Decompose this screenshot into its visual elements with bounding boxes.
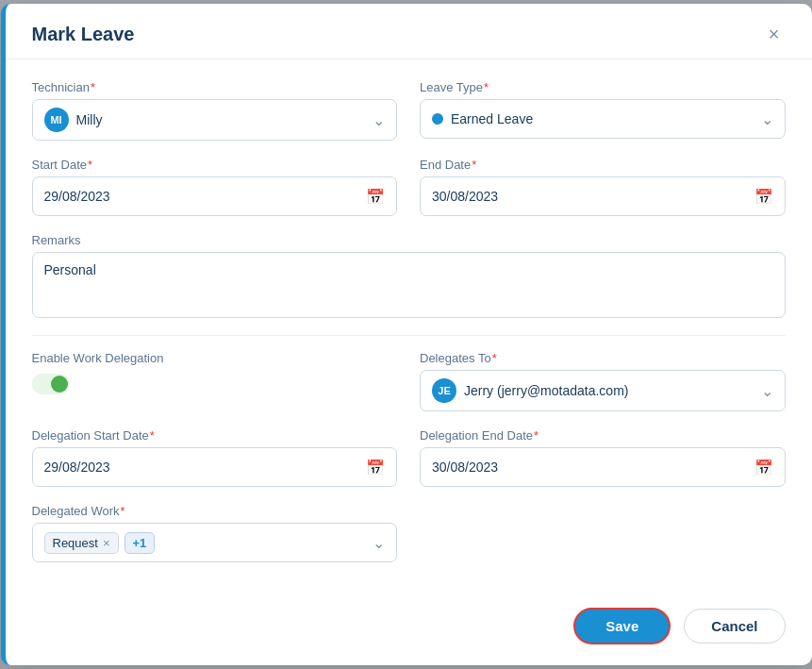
cancel-button[interactable]: Cancel [684, 609, 785, 644]
modal-header: Mark Leave × [6, 4, 812, 59]
field-delegation-end-date: Delegation End Date* 30/08/2023 📅 [420, 428, 786, 487]
field-leave-type: Leave Type* Earned Leave ⌄ [420, 80, 786, 141]
mark-leave-modal: Mark Leave × Technician* MI Milly ⌄ [1, 4, 812, 665]
technician-label: Technician* [32, 80, 398, 94]
tag-request: Request × [44, 532, 119, 554]
start-date-input[interactable]: 29/08/2023 📅 [32, 176, 398, 216]
leave-type-chevron-icon: ⌄ [761, 110, 773, 128]
enable-delegation-label: Enable Work Delegation [32, 351, 398, 365]
start-date-calendar-icon: 📅 [366, 188, 385, 206]
tag-request-label: Request [53, 536, 98, 550]
row-delegation: Enable Work Delegation Delegates To* JE [32, 351, 786, 411]
field-delegated-work: Delegated Work* Request × +1 ⌄ [32, 504, 398, 562]
leave-type-label: Leave Type* [420, 80, 786, 94]
field-enable-delegation: Enable Work Delegation [32, 351, 398, 411]
field-remarks: Remarks Personal [32, 233, 786, 318]
modal-body: Technician* MI Milly ⌄ Leave Type* [6, 59, 812, 596]
remarks-label: Remarks [32, 233, 786, 247]
delegates-to-select[interactable]: JE Jerry (jerry@motadata.com) ⌄ [420, 370, 786, 411]
delegation-toggle[interactable] [32, 374, 70, 394]
delegation-start-date-calendar-icon: 📅 [366, 459, 385, 477]
remarks-input[interactable]: Personal [32, 252, 786, 318]
delegated-work-chevron-icon: ⌄ [373, 534, 385, 552]
toggle-row [32, 374, 398, 394]
row-delegation-dates: Delegation Start Date* 29/08/2023 📅 Dele… [32, 428, 786, 487]
modal-title: Mark Leave [32, 24, 135, 45]
end-date-calendar-icon: 📅 [754, 188, 773, 206]
row-technician-leavetype: Technician* MI Milly ⌄ Leave Type* [32, 80, 786, 141]
delegation-start-date-input[interactable]: 29/08/2023 📅 [32, 447, 398, 487]
technician-chevron-icon: ⌄ [373, 111, 385, 129]
row-dates: Start Date* 29/08/2023 📅 End Date* 30/08… [32, 158, 786, 216]
leave-type-value: Earned Leave [451, 111, 533, 126]
delegates-to-chevron-icon: ⌄ [761, 382, 773, 400]
delegated-work-select[interactable]: Request × +1 ⌄ [32, 523, 398, 562]
modal-footer: Save Cancel [6, 596, 812, 665]
modal-overlay: Mark Leave × Technician* MI Milly ⌄ [0, 0, 812, 669]
technician-select[interactable]: MI Milly ⌄ [32, 99, 398, 141]
section-divider [32, 335, 786, 336]
delegation-end-date-value: 30/08/2023 [432, 460, 498, 475]
delegation-start-date-value: 29/08/2023 [44, 460, 110, 475]
leave-type-dot-icon [432, 113, 443, 125]
delegated-work-label: Delegated Work* [32, 504, 398, 518]
field-delegation-start-date: Delegation Start Date* 29/08/2023 📅 [32, 428, 398, 487]
delegates-to-avatar: JE [432, 378, 456, 403]
delegation-end-date-input[interactable]: 30/08/2023 📅 [420, 447, 786, 487]
end-date-label: End Date* [420, 158, 786, 172]
save-button[interactable]: Save [573, 608, 671, 644]
field-end-date: End Date* 30/08/2023 📅 [420, 158, 786, 216]
row-remarks: Remarks Personal [32, 233, 786, 318]
leave-type-select[interactable]: Earned Leave ⌄ [420, 99, 786, 139]
start-date-label: Start Date* [32, 158, 398, 172]
technician-avatar: MI [44, 108, 69, 132]
row-delegated-work: Delegated Work* Request × +1 ⌄ [32, 504, 786, 562]
delegation-end-date-label: Delegation End Date* [420, 428, 786, 443]
tag-request-remove-icon[interactable]: × [103, 536, 110, 550]
field-technician: Technician* MI Milly ⌄ [32, 80, 398, 141]
delegates-to-label: Delegates To* [420, 351, 786, 365]
delegation-end-date-calendar-icon: 📅 [754, 459, 773, 477]
delegation-start-date-label: Delegation Start Date* [32, 428, 398, 443]
field-start-date: Start Date* 29/08/2023 📅 [32, 158, 398, 216]
start-date-value: 29/08/2023 [44, 189, 110, 204]
field-delegates-to: Delegates To* JE Jerry (jerry@motadata.c… [420, 351, 786, 411]
end-date-value: 30/08/2023 [432, 189, 498, 204]
end-date-input[interactable]: 30/08/2023 📅 [420, 176, 786, 216]
delegates-to-value: Jerry (jerry@motadata.com) [464, 383, 628, 398]
tag-more-indicator: +1 [124, 532, 156, 554]
technician-value: Milly [76, 112, 103, 127]
toggle-knob [51, 376, 68, 393]
close-button[interactable]: × [763, 23, 786, 45]
